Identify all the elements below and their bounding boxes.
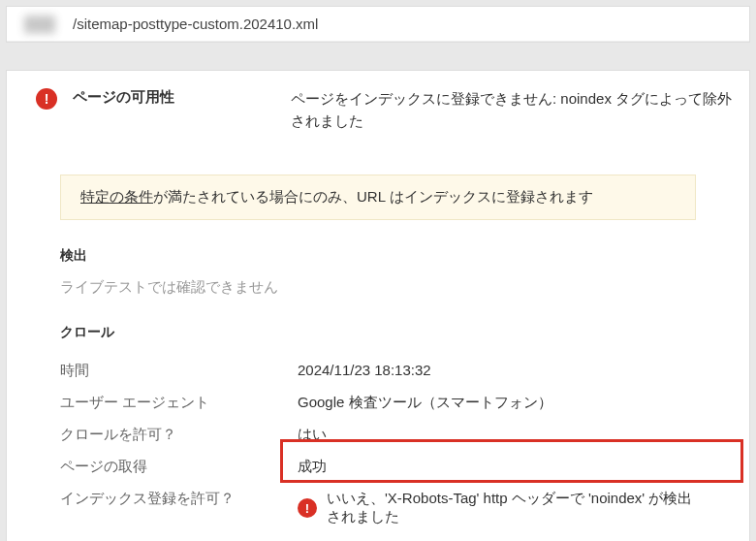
section-detection-title: 検出 [60,247,696,265]
crawl-rows: 時間 2024/11/23 18:13:32 ユーザー エージェント Googl… [60,355,696,533]
banner-text: が満たされている場合にのみ、URL はインデックスに登録されます [153,188,593,205]
table-row: ページの取得 成功 [60,451,696,483]
error-icon: ! [298,498,317,518]
row-label-crawl-allowed: クロールを許可？ [60,426,298,444]
table-row: 時間 2024/11/23 18:13:32 [60,355,696,387]
row-label-index-allowed: インデックス登録を許可？ [60,490,298,508]
row-value-crawl-allowed: はい [298,426,696,444]
row-label-agent: ユーザー エージェント [60,394,298,412]
gap [0,48,756,70]
row-value-index-allowed: ! いいえ、'X-Robots-Tag' http ヘッダーで 'noindex… [298,490,696,526]
row-value-fetch: 成功 [298,458,696,476]
url-path: /sitemap-posttype-custom.202410.xml [73,16,318,32]
url-host-blurred: ███ [24,16,73,32]
row-label-fetch: ページの取得 [60,458,298,476]
url-bar-container: ███/sitemap-posttype-custom.202410.xml [6,6,750,43]
row-value-index-allowed-text: いいえ、'X-Robots-Tag' http ヘッダーで 'noindex' … [327,490,696,526]
main-panel: ! ページの可用性 ページをインデックスに登録できません: noindex タグ… [6,70,750,541]
content: 特定の条件が満たされている場合にのみ、URL はインデックスに登録されます 検出… [7,175,749,541]
row-label-time: 時間 [60,362,298,380]
error-icon: ! [36,88,57,110]
detection-note: ライブテストでは確認できません [60,278,696,297]
table-row: ユーザー エージェント Google 検査ツール（スマートフォン） [60,387,696,419]
table-row: クロールを許可？ はい [60,419,696,451]
availability-value: ページをインデックスに登録できません: noindex タグによって除外されまし… [291,88,749,132]
section-crawl-title: クロール [60,324,696,341]
availability-label: ページの可用性 [73,88,291,107]
table-row: インデックス登録を許可？ ! いいえ、'X-Robots-Tag' http ヘ… [60,483,696,533]
availability-row: ! ページの可用性 ページをインデックスに登録できません: noindex タグ… [7,71,749,149]
url-bar: ███/sitemap-posttype-custom.202410.xml [7,7,749,42]
info-banner: 特定の条件が満たされている場合にのみ、URL はインデックスに登録されます [60,175,696,220]
row-value-agent: Google 検査ツール（スマートフォン） [298,394,696,412]
row-value-time: 2024/11/23 18:13:32 [298,362,696,378]
conditions-link[interactable]: 特定の条件 [80,188,153,205]
